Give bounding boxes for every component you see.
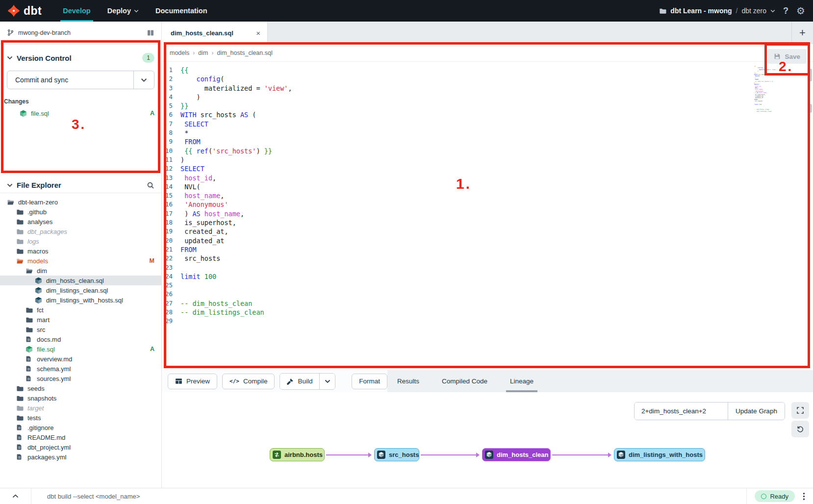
menu-documentation[interactable]: Documentation <box>147 0 216 22</box>
new-tab-button[interactable]: + <box>791 22 813 44</box>
code-line-5[interactable]: 5}} <box>162 101 813 110</box>
command-input[interactable] <box>31 493 746 500</box>
build-dropdown-button[interactable] <box>319 374 335 389</box>
compile-button[interactable]: </> Compile <box>222 374 275 389</box>
version-control-header[interactable]: Version Control 1 <box>0 50 161 66</box>
lineage-node-dim-listings-with-hosts[interactable]: dim_listings_with_hosts <box>614 448 705 461</box>
code-line-21[interactable]: 21FROM <box>162 245 813 254</box>
project-selector[interactable]: dbt Learn - mwong / dbt zero <box>659 7 775 15</box>
format-button[interactable]: Format <box>352 374 387 389</box>
tree-item-sources-yml[interactable]: sources.yml <box>0 374 161 383</box>
menu-deploy[interactable]: Deploy <box>99 0 147 22</box>
chevron-up-icon[interactable] <box>0 488 31 504</box>
code-line-1[interactable]: 1{{ <box>162 66 813 75</box>
reading-mode-icon[interactable] <box>147 29 154 37</box>
code-line-11[interactable]: 11) <box>162 155 813 164</box>
fullscreen-button[interactable] <box>791 402 809 419</box>
lineage-node-src-hosts[interactable]: src_hosts <box>374 448 419 461</box>
lineage-node-dim-hosts-clean[interactable]: dim_hosts_clean <box>482 448 551 461</box>
preview-button[interactable]: Preview <box>168 374 217 389</box>
tree-item-analyses[interactable]: analyses <box>0 217 161 227</box>
tree-item--gitignore[interactable]: .gitignore <box>0 423 161 432</box>
tree-item-target[interactable]: target <box>0 403 161 413</box>
menu-develop[interactable]: Develop <box>54 0 99 22</box>
tab-dim-hosts-clean[interactable]: dim_hosts_clean.sql × <box>162 22 268 44</box>
code-line-13[interactable]: 13 host_id, <box>162 174 813 182</box>
update-graph-button[interactable]: Update Graph <box>728 403 785 420</box>
tree-item-readme-md[interactable]: README.md <box>0 432 161 442</box>
code-line-28[interactable]: 28-- dim_listings_clean <box>162 308 813 317</box>
code-line-22[interactable]: 22 src_hosts <box>162 254 813 263</box>
code-line-18[interactable]: 18 is_superhost, <box>162 218 813 227</box>
tree-item-dim[interactable]: dim <box>0 266 161 276</box>
code-line-25[interactable]: 25 <box>162 281 813 290</box>
tab-compiled-code[interactable]: Compiled Code <box>442 370 487 392</box>
code-area[interactable]: 1{{2 config(3 materialized = 'view',4 )5… <box>162 62 813 326</box>
code-line-26[interactable]: 26 <box>162 290 813 299</box>
code-line-14[interactable]: 14 NVL( <box>162 182 813 191</box>
tree-item-snapshots[interactable]: snapshots <box>0 393 161 403</box>
tab-results[interactable]: Results <box>397 370 419 392</box>
close-icon[interactable]: × <box>256 29 260 37</box>
code-line-3[interactable]: 3 materialized = 'view', <box>162 84 813 93</box>
code-line-2[interactable]: 2 config( <box>162 75 813 83</box>
tree-item-models[interactable]: modelsM <box>0 256 161 266</box>
reset-view-button[interactable] <box>791 421 809 437</box>
minimap-slider[interactable] <box>809 104 812 113</box>
save-button[interactable]: Save <box>767 49 807 64</box>
tree-item-file-sql[interactable]: file.sqlA <box>0 344 161 354</box>
tree-item-mart[interactable]: mart <box>0 315 161 325</box>
code-line-7[interactable]: 7 SELECT <box>162 120 813 128</box>
lineage-edge <box>421 454 479 455</box>
tree-item-dbt-packages[interactable]: dbt_packages <box>0 227 161 236</box>
help-icon[interactable]: ? <box>783 6 788 16</box>
commit-options-dropdown[interactable] <box>133 71 154 89</box>
kebab-menu-icon[interactable] <box>803 492 805 501</box>
dbt-brand[interactable]: dbt <box>0 4 54 18</box>
code-line-20[interactable]: 20 updated_at <box>162 236 813 245</box>
tree-item--github[interactable]: .github <box>0 207 161 217</box>
code-line-27[interactable]: 27-- dim_hosts_clean <box>162 299 813 308</box>
code-line-6[interactable]: 6WITH src_hosts AS ( <box>162 110 813 119</box>
search-icon[interactable] <box>147 181 154 189</box>
code-line-16[interactable]: 16 'Anonymous' <box>162 200 813 209</box>
gear-icon[interactable]: ⚙ <box>796 6 805 16</box>
tree-item-seeds[interactable]: seeds <box>0 383 161 393</box>
code-line-15[interactable]: 15 host_name, <box>162 191 813 200</box>
tree-item-dim-hosts-clean-sql[interactable]: dim_hosts_clean.sql <box>0 276 161 285</box>
breadcrumb-models[interactable]: models <box>170 50 189 56</box>
code-line-12[interactable]: 12SELECT <box>162 164 813 173</box>
code-line-19[interactable]: 19 created_at, <box>162 227 813 236</box>
code-line-10[interactable]: 10 {{ ref('src_hosts') }} <box>162 147 813 155</box>
code-line-17[interactable]: 17 ) AS host_name, <box>162 209 813 218</box>
tree-item-dim-listings-with-hosts-sql[interactable]: dim_listings_with_hosts.sql <box>0 295 161 305</box>
changed-file-row[interactable]: file.sql A <box>0 107 161 120</box>
tree-item-macros[interactable]: macros <box>0 246 161 256</box>
tree-item-src[interactable]: src <box>0 325 161 334</box>
file-explorer-header[interactable]: File Explorer <box>0 177 161 193</box>
build-button[interactable]: Build <box>280 374 319 389</box>
code-line-4[interactable]: 4 ) <box>162 93 813 101</box>
commit-and-sync-button[interactable]: Commit and sync <box>7 71 154 89</box>
tab-lineage[interactable]: Lineage <box>510 370 534 392</box>
tree-item-overview-md[interactable]: overview.md <box>0 354 161 364</box>
tree-item-tests[interactable]: tests <box>0 413 161 423</box>
lineage-selector-input[interactable] <box>635 403 728 420</box>
tree-item-dbt-learn-zero[interactable]: dbt-learn-zero <box>0 197 161 207</box>
editor-scrollbar[interactable] <box>809 69 812 81</box>
tree-item-dbt-project-yml[interactable]: dbt_project.yml <box>0 442 161 452</box>
tree-item-fct[interactable]: fct <box>0 305 161 315</box>
tree-item-packages-yml[interactable]: packages.yml <box>0 452 161 462</box>
tree-item-schema-yml[interactable]: schema.yml <box>0 364 161 374</box>
breadcrumb-dim[interactable]: dim <box>198 50 208 56</box>
code-line-23[interactable]: 23 <box>162 263 813 272</box>
tree-item-docs-md[interactable]: docs.md <box>0 334 161 344</box>
minimap[interactable]: {{ config( materialized = 'view', )}}WIT… <box>754 66 775 114</box>
tree-item-logs[interactable]: logs <box>0 236 161 246</box>
tree-item-dim-listings-clean-sql[interactable]: dim_listings_clean.sql <box>0 285 161 295</box>
code-line-9[interactable]: 9 FROM <box>162 137 813 146</box>
code-line-29[interactable]: 29 <box>162 317 813 326</box>
code-line-24[interactable]: 24limit 100 <box>162 272 813 281</box>
code-line-8[interactable]: 8 * <box>162 128 813 137</box>
lineage-node-airbnb-hosts[interactable]: airbnb.hosts <box>270 448 325 461</box>
